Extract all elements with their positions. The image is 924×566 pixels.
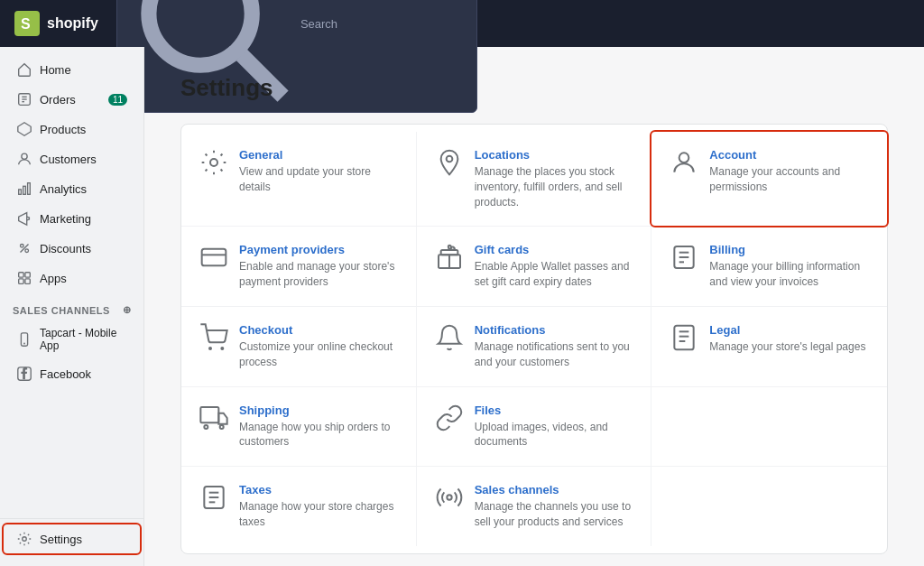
shipping-icon <box>199 404 228 432</box>
settings-cell-notifications[interactable]: Notifications Manage notifications sent … <box>417 307 652 386</box>
settings-grid: General View and update your store detai… <box>180 124 888 554</box>
shipping-title: Shipping <box>239 404 398 417</box>
settings-row-4: Shipping Manage how you ship orders to c… <box>181 387 887 468</box>
logo-area[interactable]: S shopify <box>14 11 98 36</box>
settings-cell-locations[interactable]: Locations Manage the places you stock in… <box>417 132 652 226</box>
taxes-cell-text: Taxes Manage how your store charges taxe… <box>239 483 398 530</box>
account-desc: Manage your accounts and permissions <box>709 164 869 195</box>
svg-point-44 <box>220 425 224 429</box>
svg-rect-19 <box>25 279 30 283</box>
sidebar-item-analytics[interactable]: Analytics <box>4 174 140 203</box>
sidebar-item-facebook[interactable]: Facebook <box>4 359 140 388</box>
settings-cell-general[interactable]: General View and update your store detai… <box>181 132 417 226</box>
checkout-title: Checkout <box>239 323 398 337</box>
checkout-desc: Customize your online checkout process <box>239 339 398 370</box>
analytics-icon <box>16 181 32 197</box>
sidebar-item-settings[interactable]: Settings <box>4 524 140 553</box>
svg-marker-8 <box>18 123 31 135</box>
payment-cell-text: Payment providers Enable and manage your… <box>239 243 398 290</box>
general-cell-text: General View and update your store detai… <box>239 148 398 195</box>
saleschannels-desc: Manage the channels you use to sell your… <box>475 499 633 530</box>
sidebar-item-orders[interactable]: Orders 11 <box>4 85 140 114</box>
sidebar-item-apps[interactable]: Apps <box>4 264 140 292</box>
customers-icon <box>16 151 32 167</box>
taxes-desc: Manage how your store charges taxes <box>239 499 398 530</box>
giftcards-title: Gift cards <box>475 243 633 256</box>
svg-text:S: S <box>21 16 31 32</box>
settings-cell-payment[interactable]: Payment providers Enable and manage your… <box>181 227 417 306</box>
logo-text: shopify <box>47 15 98 32</box>
settings-cell-billing[interactable]: Billing Manage your billing information … <box>651 227 887 306</box>
sidebar-item-marketing[interactable]: Marketing <box>4 204 140 233</box>
sidebar-item-customers[interactable]: Customers <box>4 144 140 173</box>
payment-desc: Enable and manage your store's payment p… <box>239 259 398 290</box>
sidebar-item-home[interactable]: Home <box>4 55 140 84</box>
sidebar-item-discounts-label: Discounts <box>40 242 91 255</box>
gift-icon <box>435 243 464 272</box>
add-sales-channel-button[interactable]: ⊕ <box>123 304 132 316</box>
svg-rect-38 <box>675 326 694 350</box>
svg-point-9 <box>22 153 27 159</box>
payment-icon <box>199 243 228 272</box>
svg-point-23 <box>23 537 27 542</box>
payment-title: Payment providers <box>239 243 398 256</box>
saleschannels-icon <box>435 483 464 512</box>
sidebar-item-products[interactable]: Products <box>4 115 140 144</box>
svg-point-24 <box>210 159 217 166</box>
legal-icon <box>670 323 698 352</box>
settings-cell-legal[interactable]: Legal Manage your store's legal pages <box>651 307 887 386</box>
notifications-desc: Manage notifications sent to you and you… <box>475 339 633 370</box>
content-area: Settings General View and update your st… <box>144 47 924 566</box>
svg-point-14 <box>25 249 29 253</box>
bell-icon <box>435 323 464 352</box>
settings-cell-saleschannels[interactable]: Sales channels Manage the channels you u… <box>417 467 652 546</box>
settings-cell-shipping[interactable]: Shipping Manage how you ship orders to c… <box>181 387 417 467</box>
saleschannels-title: Sales channels <box>475 483 633 496</box>
account-icon <box>670 148 698 177</box>
svg-rect-11 <box>23 186 26 194</box>
settings-cell-taxes[interactable]: Taxes Manage how your store charges taxe… <box>181 467 417 546</box>
sales-channels-title: SALES CHANNELS ⊕ <box>0 293 143 320</box>
page-title: Settings <box>180 74 888 102</box>
settings-row-2: Payment providers Enable and manage your… <box>181 227 887 307</box>
sidebar: Home Orders 11 Products Customers <box>0 47 144 566</box>
svg-point-36 <box>208 347 212 350</box>
billing-desc: Manage your billing information and view… <box>709 259 869 290</box>
svg-rect-10 <box>19 190 22 194</box>
apps-icon <box>16 270 32 286</box>
notifications-title: Notifications <box>475 323 633 337</box>
sidebar-item-discounts[interactable]: Discounts <box>4 234 140 263</box>
settings-cell-checkout[interactable]: Checkout Customize your online checkout … <box>181 307 417 386</box>
marketing-icon <box>16 210 32 227</box>
svg-rect-18 <box>19 279 23 283</box>
svg-point-37 <box>220 347 224 350</box>
gear-settings-icon <box>199 148 228 177</box>
settings-row-1: General View and update your store detai… <box>181 132 887 227</box>
shipping-cell-text: Shipping Manage how you ship orders to c… <box>239 404 398 450</box>
settings-row-5: Taxes Manage how your store charges taxe… <box>181 467 887 546</box>
settings-cell-files[interactable]: Files Upload images, videos, and documen… <box>417 387 652 467</box>
files-title: Files <box>475 404 633 417</box>
settings-cell-empty4 <box>651 467 887 546</box>
shopify-logo-icon: S <box>14 11 40 36</box>
sidebar-item-analytics-label: Analytics <box>40 182 87 196</box>
settings-cell-giftcards[interactable]: Gift cards Enable Apple Wallet passes an… <box>417 227 652 306</box>
sidebar-item-products-label: Products <box>40 123 86 136</box>
billing-icon <box>670 243 698 272</box>
sidebar-item-apps-label: Apps <box>40 272 67 285</box>
files-icon <box>435 404 464 432</box>
files-desc: Upload images, videos, and documents <box>475 420 633 450</box>
home-icon <box>16 61 32 78</box>
sidebar-item-tapcart[interactable]: Tapcart - Mobile App <box>4 320 140 358</box>
settings-row-3: Checkout Customize your online checkout … <box>181 307 887 387</box>
svg-rect-27 <box>202 249 226 266</box>
svg-point-25 <box>446 156 452 162</box>
settings-cell-account[interactable]: Account Manage your accounts and permiss… <box>651 132 887 226</box>
locations-cell-text: Locations Manage the places you stock in… <box>475 148 633 209</box>
locations-title: Locations <box>475 148 633 162</box>
checkout-cell-text: Checkout Customize your online checkout … <box>239 323 398 370</box>
account-cell-text: Account Manage your accounts and permiss… <box>709 148 869 195</box>
shipping-desc: Manage how you ship orders to customers <box>239 420 398 450</box>
general-title: General <box>239 148 398 162</box>
search-input[interactable] <box>300 17 466 31</box>
